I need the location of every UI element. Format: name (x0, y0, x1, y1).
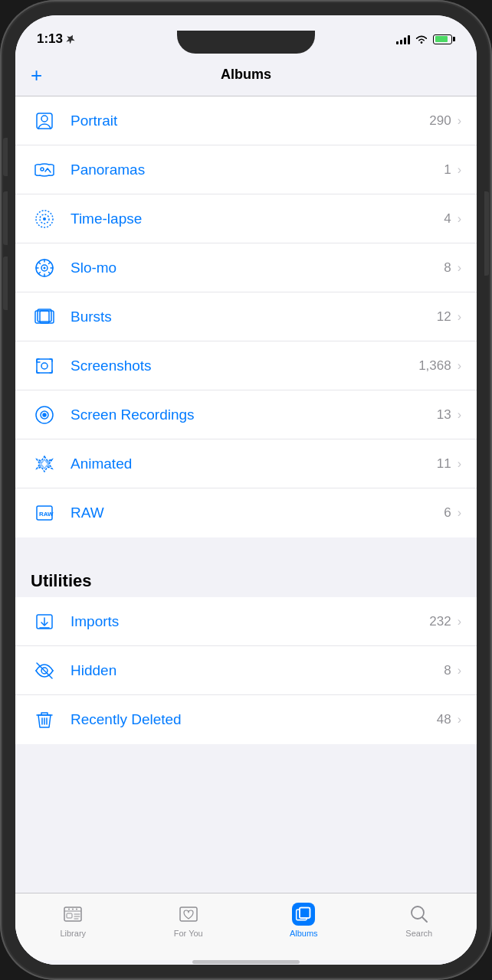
recentlydeleted-icon (31, 706, 58, 733)
chevron-icon: › (458, 114, 461, 128)
chevron-icon: › (458, 261, 461, 275)
recentlydeleted-count: 48 (437, 712, 451, 727)
tab-bar: Library For You (15, 893, 477, 960)
svg-point-17 (43, 413, 46, 416)
bottom-spacer (15, 744, 477, 760)
list-item[interactable]: Screenshots 1,368 › (15, 341, 477, 390)
recentlydeleted-label: Recently Deleted (71, 711, 437, 728)
list-item[interactable]: Bursts 12 › (15, 292, 477, 341)
timelapse-count: 4 (444, 211, 451, 227)
timelapse-label: Time-lapse (71, 211, 444, 227)
slomo-icon (31, 254, 58, 282)
tab-foryou-label: For You (174, 929, 203, 938)
bursts-count: 12 (437, 309, 451, 325)
screenshots-count: 1,368 (418, 358, 451, 374)
tab-library[interactable]: Library (15, 900, 131, 941)
list-item[interactable]: Panoramas 1 › (15, 145, 477, 194)
svg-point-6 (43, 217, 46, 220)
home-bar (192, 960, 300, 964)
list-item[interactable]: Slo-mo 8 › (15, 243, 477, 292)
screenrecordings-icon (31, 401, 58, 429)
animated-count: 11 (437, 456, 451, 472)
tab-search[interactable]: Search (362, 900, 477, 941)
imports-label: Imports (71, 613, 429, 630)
timelapse-icon (31, 205, 58, 233)
chevron-icon: › (458, 506, 461, 520)
svg-rect-29 (67, 913, 72, 918)
portrait-count: 290 (429, 113, 451, 129)
wifi-icon (415, 34, 428, 44)
albums-tab-icon (292, 903, 315, 926)
tab-search-label: Search (405, 929, 432, 938)
list-item[interactable]: Imports 232 › (15, 597, 477, 646)
panoramas-label: Panoramas (71, 162, 444, 178)
bursts-label: Bursts (71, 309, 437, 325)
svg-point-9 (44, 266, 46, 269)
list-item[interactable]: Time-lapse 4 › (15, 194, 477, 243)
list-item[interactable]: Animated 11 › (15, 439, 477, 488)
svg-point-3 (41, 168, 44, 171)
main-content: + Albums P (15, 54, 477, 965)
nav-bar: + Albums (15, 54, 477, 96)
tab-albums[interactable]: Albums (246, 900, 362, 941)
utilities-section-header: Utilities (15, 565, 477, 597)
home-indicator (15, 960, 477, 965)
hidden-icon (31, 657, 58, 684)
screenrecordings-label: Screen Recordings (71, 407, 437, 423)
slomo-count: 8 (444, 260, 451, 276)
page-title: Albums (221, 67, 271, 83)
search-tab-icon (408, 903, 431, 926)
tab-albums-label: Albums (290, 929, 318, 938)
power-button[interactable] (484, 191, 489, 276)
tab-foryou[interactable]: For You (131, 900, 247, 941)
mute-button[interactable] (3, 138, 8, 176)
bursts-icon (31, 303, 58, 331)
status-time: 1:13 (37, 31, 75, 47)
portrait-icon (31, 107, 58, 135)
utilities-section: Imports 232 › (15, 597, 477, 744)
screenshots-label: Screenshots (71, 358, 418, 374)
svg-point-28 (76, 909, 77, 910)
volume-down-button[interactable] (3, 256, 8, 310)
volume-up-button[interactable] (3, 191, 8, 245)
svg-rect-32 (300, 908, 310, 919)
chevron-icon: › (458, 310, 461, 324)
chevron-icon: › (458, 359, 461, 373)
svg-point-0 (421, 41, 423, 44)
list-item[interactable]: RAW RAW 6 › (15, 488, 477, 537)
chevron-icon: › (458, 163, 461, 177)
svg-point-2 (41, 116, 48, 122)
panoramas-count: 1 (444, 162, 451, 178)
portrait-label: Portrait (71, 113, 429, 129)
battery-icon (433, 34, 455, 44)
imports-count: 232 (429, 614, 451, 629)
screenrecordings-count: 13 (437, 407, 451, 423)
list-item[interactable]: Recently Deleted 48 › (15, 695, 477, 744)
albums-section: Portrait 290 › Panorama (15, 96, 477, 537)
chevron-icon: › (458, 713, 461, 727)
svg-point-27 (72, 909, 74, 910)
album-list-container[interactable]: Portrait 290 › Panorama (15, 96, 477, 893)
list-item[interactable]: Portrait 290 › (15, 96, 477, 145)
raw-count: 6 (444, 505, 451, 521)
list-item[interactable]: Hidden 8 › (15, 646, 477, 695)
notch (177, 31, 315, 54)
time-display: 1:13 (37, 31, 63, 47)
signal-icon (396, 34, 410, 44)
hidden-label: Hidden (71, 662, 444, 679)
svg-line-24 (37, 663, 52, 678)
list-item[interactable]: Screen Recordings 13 › (15, 390, 477, 439)
chevron-icon: › (458, 615, 461, 629)
animated-label: Animated (71, 456, 437, 472)
tab-library-label: Library (60, 929, 86, 938)
chevron-icon: › (458, 457, 461, 471)
foryou-tab-icon (177, 903, 200, 926)
section-gap (15, 537, 477, 565)
phone-screen: 1:13 (15, 15, 477, 965)
svg-point-14 (41, 363, 48, 369)
add-album-button[interactable]: + (31, 65, 42, 85)
panoramas-icon (31, 156, 58, 184)
screenshots-icon (31, 352, 58, 380)
library-tab-icon (61, 903, 84, 926)
hidden-count: 8 (444, 663, 451, 678)
